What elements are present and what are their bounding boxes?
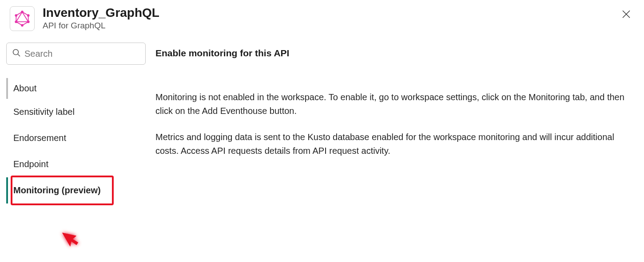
header: Inventory_GraphQL API for GraphQL [0, 0, 644, 34]
svg-point-3 [27, 14, 30, 17]
sidebar-item-label: Endorsement [13, 133, 66, 143]
search-input-wrapper[interactable] [6, 43, 146, 65]
content-paragraph-2: Metrics and logging data is sent to the … [155, 130, 626, 158]
search-icon [12, 48, 21, 59]
content-paragraph-1: Monitoring is not enabled in the workspa… [155, 90, 626, 118]
svg-point-4 [27, 20, 30, 23]
sidebar-item-label: About [13, 83, 36, 93]
sidebar-item-label: Sensitivity label [13, 107, 75, 117]
content-heading: Enable monitoring for this API [155, 48, 626, 59]
page-subtitle: API for GraphQL [43, 21, 618, 31]
svg-point-6 [15, 20, 17, 23]
svg-line-11 [18, 54, 20, 56]
content-panel: Enable monitoring for this API Monitorin… [151, 43, 644, 203]
annotation-cursor-icon [58, 227, 83, 254]
svg-marker-12 [62, 227, 80, 248]
sidebar-item-endorsement[interactable]: Endorsement [6, 125, 151, 151]
sidebar-item-label: Monitoring (preview) [13, 185, 101, 195]
sidebar-item-label: Endpoint [13, 159, 48, 169]
svg-point-10 [13, 50, 19, 55]
search-input[interactable] [24, 49, 140, 59]
sidebar-item-endpoint[interactable]: Endpoint [6, 151, 151, 177]
page-title: Inventory_GraphQL [43, 6, 618, 20]
svg-marker-1 [16, 12, 28, 22]
sidebar-item-monitoring[interactable]: Monitoring (preview) [6, 177, 151, 203]
svg-point-7 [15, 14, 17, 17]
svg-point-5 [21, 24, 24, 27]
sidebar: About Sensitivity label Endorsement Endp… [0, 43, 151, 203]
svg-point-2 [21, 11, 24, 13]
graphql-icon [10, 6, 35, 31]
close-icon[interactable] [618, 6, 634, 23]
sidebar-item-about[interactable]: About [6, 78, 151, 99]
svg-marker-13 [62, 227, 80, 248]
sidebar-item-sensitivity-label[interactable]: Sensitivity label [6, 99, 151, 125]
